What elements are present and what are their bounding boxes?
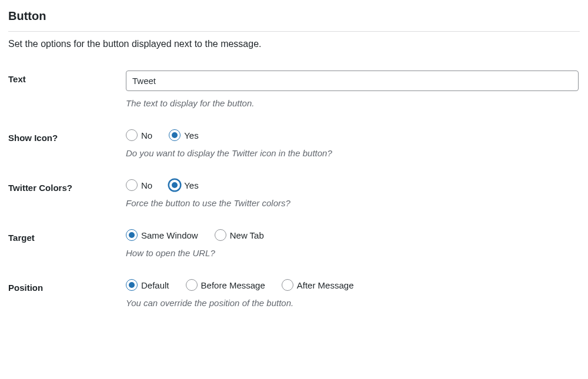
radio-input-position-default[interactable] [126,279,138,291]
field-label-target: Target [8,229,126,243]
radio-label-position-before: Before Message [201,280,265,290]
radio-target-new-tab[interactable]: New Tab [215,229,264,241]
radio-label-twitter-colors-no: No [141,180,152,190]
field-show-icon: Show Icon? No Yes Do you want to display… [8,129,580,158]
field-target: Target Same Window New Tab How to open t… [8,229,580,258]
radio-label-position-after: After Message [297,280,354,290]
section-title: Button [8,9,580,23]
radio-label-position-default: Default [141,280,169,290]
field-label-show-icon: Show Icon? [8,129,126,143]
field-help-text: The text to display for the button. [126,98,580,108]
field-position: Position Default Before Message After Me… [8,279,580,308]
radio-position-before[interactable]: Before Message [186,279,265,291]
section-description: Set the options for the button displayed… [8,39,580,49]
radio-group-show-icon: No Yes [126,129,580,141]
radio-input-show-icon-yes[interactable] [169,129,181,141]
radio-show-icon-no[interactable]: No [126,129,152,141]
field-control-show-icon: No Yes Do you want to display the Twitte… [126,129,580,158]
field-label-text: Text [8,71,126,84]
field-label-position: Position [8,279,126,293]
radio-input-show-icon-no[interactable] [126,129,138,141]
radio-twitter-colors-no[interactable]: No [126,179,152,191]
radio-show-icon-yes[interactable]: Yes [169,129,198,141]
radio-label-show-icon-yes: Yes [184,130,198,140]
radio-input-twitter-colors-no[interactable] [126,179,138,191]
radio-label-twitter-colors-yes: Yes [184,180,198,190]
radio-twitter-colors-yes[interactable]: Yes [169,179,198,191]
divider [8,31,580,32]
field-help-twitter-colors: Force the button to use the Twitter colo… [126,198,580,208]
radio-label-target-same-window: Same Window [141,230,198,240]
radio-group-position: Default Before Message After Message [126,279,580,291]
radio-input-position-after[interactable] [282,279,293,291]
radio-group-target: Same Window New Tab [126,229,580,241]
field-twitter-colors: Twitter Colors? No Yes Force the button … [8,179,580,208]
text-input[interactable] [126,71,579,91]
field-help-position: You can override the position of the but… [126,298,580,308]
radio-group-twitter-colors: No Yes [126,179,580,191]
field-text: Text The text to display for the button. [8,71,580,108]
field-control-position: Default Before Message After Message You… [126,279,580,308]
radio-input-target-new-tab[interactable] [215,229,226,241]
field-control-twitter-colors: No Yes Force the button to use the Twitt… [126,179,580,208]
radio-position-default[interactable]: Default [126,279,169,291]
field-help-show-icon: Do you want to display the Twitter icon … [126,148,580,158]
field-label-twitter-colors: Twitter Colors? [8,179,126,193]
radio-target-same-window[interactable]: Same Window [126,229,198,241]
radio-input-position-before[interactable] [186,279,198,291]
radio-position-after[interactable]: After Message [282,279,354,291]
radio-input-twitter-colors-yes[interactable] [169,179,181,191]
radio-input-target-same-window[interactable] [126,229,138,241]
field-help-target: How to open the URL? [126,248,580,258]
field-control-text: The text to display for the button. [126,71,580,108]
radio-label-target-new-tab: New Tab [230,230,264,240]
radio-label-show-icon-no: No [141,130,152,140]
field-control-target: Same Window New Tab How to open the URL? [126,229,580,258]
